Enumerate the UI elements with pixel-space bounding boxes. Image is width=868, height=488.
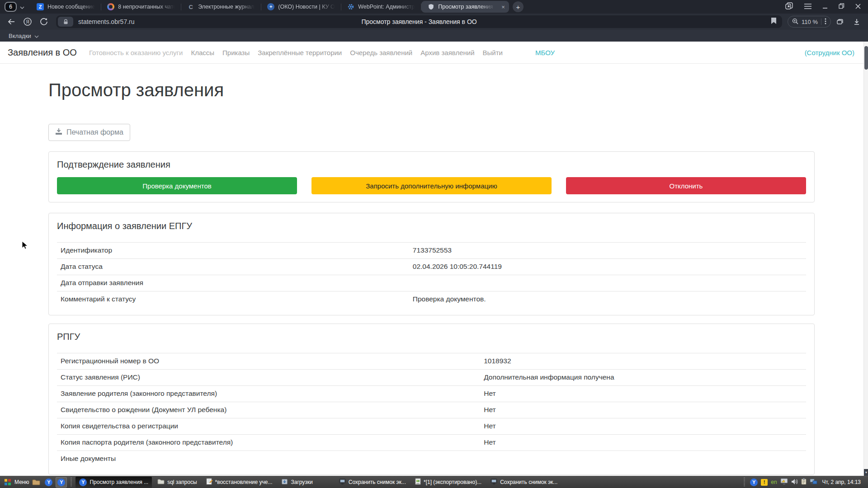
site-brand[interactable]: Заявления в ОО — [8, 47, 77, 58]
row-label: Комментарий к статусу — [57, 291, 409, 308]
table-row: Дата отправки заявления — [57, 275, 806, 291]
rpgu-table: Регистрационный номер в ОО 1018932 Стату… — [57, 353, 806, 467]
tab-overview-button[interactable]: 6 — [5, 2, 24, 12]
gear-icon — [347, 3, 354, 10]
task-downloads[interactable]: Загрузки — [278, 477, 316, 488]
page-scrollbar[interactable]: ▼ — [863, 42, 868, 476]
reload-icon[interactable] — [37, 15, 51, 28]
system-tray: Y ! en Чт, 2 апр, 14:13 — [742, 478, 865, 487]
nav-readiness[interactable]: Готовность к оказанию услуги — [89, 49, 183, 56]
clock[interactable]: Чт, 2 апр, 14:13 — [822, 479, 861, 485]
keyboard-layout-indicator[interactable]: en — [771, 479, 777, 485]
emblem-icon: ✦ — [267, 3, 274, 10]
yandex-browser-icon-active[interactable]: Y — [56, 477, 67, 488]
browser-address-bar: Я statements.obr57.ru Просмотр заявления… — [0, 14, 868, 30]
yandex-browser-icon[interactable]: Y — [43, 477, 54, 488]
row-value: Проверка документов. — [409, 291, 806, 308]
browser-tab-journals[interactable]: C Электронные журналы и — [181, 0, 261, 14]
task-restore-doc[interactable]: *восстановление уче... — [203, 477, 276, 488]
request-additional-info-button[interactable]: Запросить дополнительную информацию — [311, 177, 552, 194]
site-navbar: Заявления в ОО Готовность к оказанию усл… — [0, 42, 868, 64]
menu-label[interactable]: Меню — [14, 479, 29, 485]
scrollbar-thumb[interactable] — [864, 46, 868, 70]
nav-archive[interactable]: Архив заявлений — [420, 49, 474, 56]
page-title-in-address-bar: Просмотр заявления - Заявления в ОО — [56, 18, 782, 25]
reject-button[interactable]: Отклонить — [566, 177, 806, 194]
confirmation-card: Подтверждение заявления Проверка докумен… — [48, 151, 815, 202]
page-title: Просмотр заявления — [48, 64, 815, 100]
tab-title: Электронные журналы и — [198, 4, 255, 10]
divider — [821, 19, 821, 25]
nav-role[interactable]: (Сотрудник ОО) — [805, 49, 854, 56]
table-row: Копия свидетельства о регистрации Нет — [57, 418, 806, 435]
address-input[interactable]: statements.obr57.ru Просмотр заявления -… — [56, 15, 782, 28]
tabs-panel-label[interactable]: Вкладки — [9, 33, 31, 39]
row-value — [409, 275, 806, 291]
warning-tray-icon[interactable]: ! — [761, 479, 768, 486]
downloads-folder-icon — [281, 479, 288, 486]
browser-tab-new-message[interactable]: Z Новое сообщение — [31, 0, 101, 14]
row-label: Статус заявления (РИС) — [57, 370, 480, 386]
chevron-down-icon[interactable] — [20, 3, 24, 11]
task-save-screenshot-2[interactable]: Сохранить снимок эк... — [487, 477, 561, 488]
browser-tab-webpoint[interactable]: WebPoint: Администрато — [341, 0, 421, 14]
minimize-window-icon[interactable] — [822, 3, 828, 11]
nav-orders[interactable]: Приказы — [222, 49, 250, 56]
display-settings-icon[interactable] — [780, 478, 788, 486]
rpgu-card-title: РПГУ — [57, 332, 806, 342]
row-value: 7133752553 — [409, 243, 806, 259]
back-icon[interactable] — [5, 15, 18, 28]
nav-queue[interactable]: Очередь заявлений — [350, 49, 412, 56]
mouse-cursor — [22, 241, 28, 252]
kebab-menu-icon[interactable] — [825, 18, 826, 26]
svg-text:Я: Я — [26, 19, 29, 24]
downloads-icon[interactable] — [850, 15, 863, 28]
lock-icon[interactable] — [58, 17, 73, 27]
nav-logout[interactable]: Выйти — [483, 49, 503, 56]
nav-territories[interactable]: Закреплённые территории — [258, 49, 342, 56]
yandex-home-icon[interactable]: Я — [21, 15, 34, 28]
nav-org-mbou[interactable]: МБОУ — [535, 49, 555, 56]
task-save-screenshot-1[interactable]: Сохранить снимок эк... — [335, 477, 410, 488]
tabs-panel-bar: Вкладки — [0, 30, 868, 42]
tab-groups-icon[interactable] — [834, 15, 847, 28]
table-row: Дата статуса 02.04.2026 10:05:20.744119 — [57, 259, 806, 275]
restore-window-icon[interactable] — [839, 3, 844, 11]
tab-title: Просмотр заявления - — [438, 4, 495, 10]
clipboard-icon[interactable] — [801, 478, 807, 486]
table-row: Свидетельство о рождении (Документ УЛ ре… — [57, 402, 806, 418]
chevron-down-icon[interactable] — [34, 33, 39, 39]
check-documents-button[interactable]: Проверка документов — [57, 177, 297, 194]
task-exported-image[interactable]: *[1] (экспортировано)... — [411, 477, 485, 488]
browser-tab-chats[interactable]: 8 непрочитанных чатов — [101, 0, 181, 14]
desktop-taskbar: Меню Y Y Y Просмотр заявления ... sql за… — [0, 476, 868, 488]
task-view-statement[interactable]: Y Просмотр заявления ... — [75, 477, 152, 488]
bookmark-icon[interactable] — [771, 18, 776, 26]
menu-icon[interactable] — [804, 3, 811, 11]
task-sql-queries[interactable]: sql запросы — [154, 477, 200, 488]
image-file-icon — [415, 478, 421, 486]
network-icon[interactable] — [810, 479, 817, 486]
print-form-button[interactable]: Печатная форма — [48, 124, 130, 141]
new-tab-button[interactable]: + — [513, 1, 524, 12]
table-row: Статус заявления (РИС) Дополнительная ин… — [57, 370, 806, 386]
nav-classes[interactable]: Классы — [191, 49, 214, 56]
browser-tab-oko-news[interactable]: ✦ (ОКО) Новости | КУ ОО "Р — [261, 0, 341, 14]
zoom-control[interactable]: 110 % — [788, 16, 831, 28]
file-manager-icon[interactable] — [31, 477, 42, 488]
close-window-icon[interactable] — [855, 3, 861, 11]
volume-icon[interactable] — [791, 479, 798, 486]
browser-tab-active-view-statement[interactable]: Просмотр заявления - × — [421, 1, 509, 13]
row-label: Идентификатор — [57, 243, 409, 259]
scroll-down-icon[interactable]: ▼ — [864, 469, 868, 476]
row-value: Дополнительная информация получена — [480, 370, 806, 386]
row-label: Свидетельство о рождении (Документ УЛ ре… — [57, 402, 480, 418]
row-label: Регистрационный номер в ОО — [57, 353, 480, 370]
table-row: Иные документы — [57, 451, 806, 467]
yandex-tray-icon[interactable]: Y — [750, 479, 758, 486]
start-menu-icon[interactable] — [3, 477, 13, 488]
download-icon — [55, 128, 62, 137]
tab-panels-icon[interactable] — [785, 2, 793, 11]
zoom-in-icon — [792, 18, 798, 26]
close-tab-icon[interactable]: × — [501, 4, 505, 10]
